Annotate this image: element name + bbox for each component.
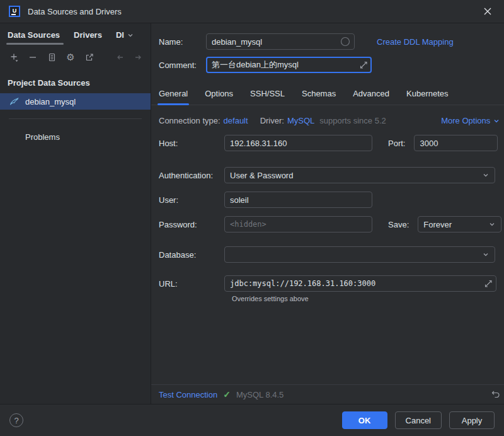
- generate-name-icon[interactable]: [340, 36, 351, 47]
- dialog-title: Data Sources and Drivers: [28, 7, 122, 16]
- database-select[interactable]: [224, 246, 495, 263]
- success-check-icon: ✓: [223, 389, 231, 399]
- name-input[interactable]: [206, 33, 355, 50]
- gear-icon[interactable]: ⚙: [63, 50, 78, 65]
- host-row: Host: Port:: [159, 135, 501, 151]
- password-input[interactable]: [224, 216, 372, 232]
- test-connection-link[interactable]: Test Connection: [159, 390, 217, 399]
- driver-label: Driver:: [260, 116, 284, 125]
- add-data-source-button[interactable]: [6, 50, 21, 65]
- chevron-down-icon: [482, 251, 490, 258]
- tree-item-label: debian_mysql: [25, 97, 76, 106]
- host-input[interactable]: [224, 135, 372, 151]
- settings-tabs: General Options SSH/SSL Schemas Advanced…: [151, 85, 504, 105]
- url-row: URL:: [159, 275, 501, 292]
- chevron-down-icon: [493, 117, 500, 125]
- port-input[interactable]: [414, 135, 498, 151]
- tab-kubernetes[interactable]: Kubernetes: [406, 85, 449, 105]
- password-row: Password: Save: Forever: [159, 216, 501, 232]
- url-label: URL:: [159, 279, 224, 289]
- driver-note: supports since 5.2: [319, 116, 386, 125]
- tab-options[interactable]: Options: [205, 85, 233, 105]
- tab-schemas[interactable]: Schemas: [302, 85, 336, 105]
- close-icon[interactable]: [480, 4, 495, 19]
- authentication-select[interactable]: User & Password: [224, 167, 495, 183]
- left-tabs: Data Sources Drivers DI: [0, 23, 151, 45]
- user-input[interactable]: [224, 192, 372, 208]
- host-label: Host:: [159, 139, 224, 148]
- open-in-new-window-icon[interactable]: [82, 50, 97, 65]
- url-note: Overrides settings above: [232, 295, 501, 302]
- remove-data-source-button[interactable]: [25, 50, 40, 65]
- project-data-sources-header: Project Data Sources: [0, 65, 151, 93]
- url-input[interactable]: [224, 275, 496, 292]
- name-label: Name:: [159, 37, 206, 47]
- tab-drivers[interactable]: Drivers: [74, 28, 102, 45]
- authentication-row: Authentication: User & Password: [159, 167, 501, 183]
- intellij-logo-icon: U: [9, 6, 20, 17]
- tab-data-sources[interactable]: Data Sources: [8, 28, 60, 45]
- forward-arrow-icon[interactable]: [130, 50, 146, 65]
- ok-button[interactable]: OK: [342, 411, 387, 429]
- apply-button[interactable]: Apply: [449, 411, 495, 429]
- chevron-down-icon: [488, 221, 496, 228]
- port-label: Port:: [388, 139, 405, 148]
- tab-advanced[interactable]: Advanced: [353, 85, 389, 105]
- connection-meta-row: Connection type: default Driver: MySQL s…: [151, 105, 504, 135]
- driver-link[interactable]: MySQL: [287, 116, 314, 125]
- mysql-dolphin-icon: [9, 96, 20, 106]
- create-ddl-mapping-link[interactable]: Create DDL Mapping: [377, 37, 454, 47]
- authentication-label: Authentication:: [159, 171, 224, 180]
- expand-icon[interactable]: [359, 60, 368, 69]
- cancel-button[interactable]: Cancel: [395, 411, 442, 429]
- tree-item-debian-mysql[interactable]: debian_mysql: [0, 93, 151, 110]
- dialog-footer: ? OK Cancel Apply: [0, 404, 504, 436]
- connection-type-label: Connection type:: [159, 116, 220, 125]
- back-arrow-icon[interactable]: [113, 50, 128, 65]
- problems-item[interactable]: Problems: [0, 119, 151, 142]
- more-options-link[interactable]: More Options: [441, 116, 500, 125]
- tab-ssh-ssl[interactable]: SSH/SSL: [250, 85, 285, 105]
- status-row: Test Connection ✓ MySQL 8.4.5: [151, 384, 504, 404]
- undo-icon[interactable]: [490, 389, 500, 399]
- connection-result: MySQL 8.4.5: [236, 390, 284, 399]
- comment-label: Comment:: [159, 60, 206, 70]
- expand-icon[interactable]: [484, 279, 493, 288]
- database-label: Database:: [159, 250, 224, 260]
- left-toolbar: ⚙: [0, 45, 151, 65]
- settings-panel: Name: Create DDL Mapping Comment:: [151, 23, 504, 404]
- password-label: Password:: [159, 220, 224, 229]
- save-label: Save:: [388, 220, 409, 229]
- database-row: Database:: [159, 246, 501, 263]
- duplicate-icon[interactable]: [44, 50, 59, 65]
- chevron-down-icon: [482, 171, 490, 179]
- help-icon[interactable]: ?: [9, 413, 23, 427]
- tab-ddl-mappings[interactable]: DI: [116, 28, 134, 45]
- chevron-down-icon: [127, 32, 134, 39]
- titlebar: U Data Sources and Drivers: [0, 0, 504, 23]
- user-row: User:: [159, 192, 501, 208]
- left-panel: Data Sources Drivers DI: [0, 23, 151, 404]
- comment-input[interactable]: [206, 57, 372, 73]
- tab-general[interactable]: General: [159, 85, 188, 105]
- user-label: User:: [159, 195, 224, 205]
- save-select[interactable]: Forever: [418, 216, 501, 232]
- connection-type-link[interactable]: default: [224, 116, 248, 125]
